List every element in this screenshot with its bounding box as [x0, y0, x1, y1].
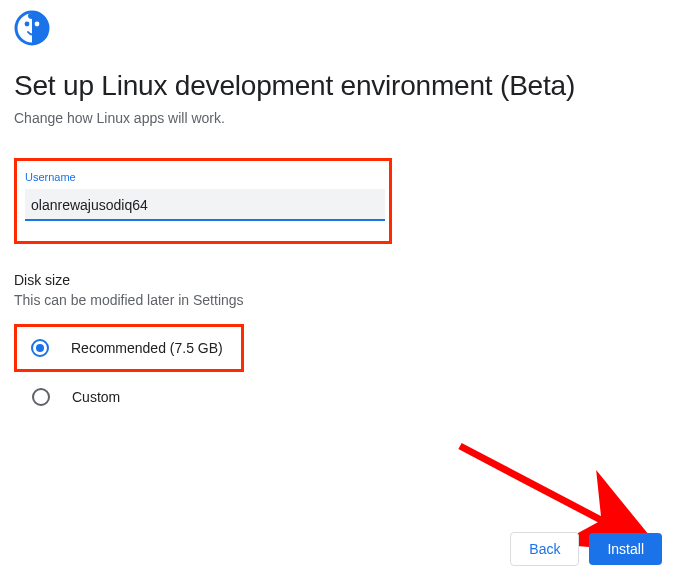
disk-size-title: Disk size — [14, 272, 666, 288]
username-label: Username — [25, 171, 381, 183]
page-title: Set up Linux development environment (Be… — [14, 70, 666, 102]
recommended-highlight: Recommended (7.5 GB) — [14, 324, 244, 372]
username-input[interactable] — [25, 189, 385, 221]
linux-penguin-icon — [14, 10, 666, 50]
svg-point-2 — [35, 22, 40, 27]
back-button[interactable]: Back — [510, 532, 579, 566]
username-highlight: Username — [14, 158, 392, 244]
install-button[interactable]: Install — [589, 533, 662, 565]
svg-line-4 — [460, 446, 620, 530]
disk-option-recommended[interactable]: Recommended (7.5 GB) — [25, 337, 233, 359]
custom-label: Custom — [72, 389, 120, 405]
recommended-label: Recommended (7.5 GB) — [71, 340, 223, 356]
svg-point-1 — [25, 22, 30, 27]
radio-checked-icon — [31, 339, 49, 357]
disk-size-hint: This can be modified later in Settings — [14, 292, 666, 308]
svg-point-3 — [28, 13, 36, 19]
footer-actions: Back Install — [510, 532, 662, 566]
page-subtitle: Change how Linux apps will work. — [14, 110, 666, 126]
disk-option-custom[interactable]: Custom — [14, 386, 666, 408]
radio-unchecked-icon — [32, 388, 50, 406]
